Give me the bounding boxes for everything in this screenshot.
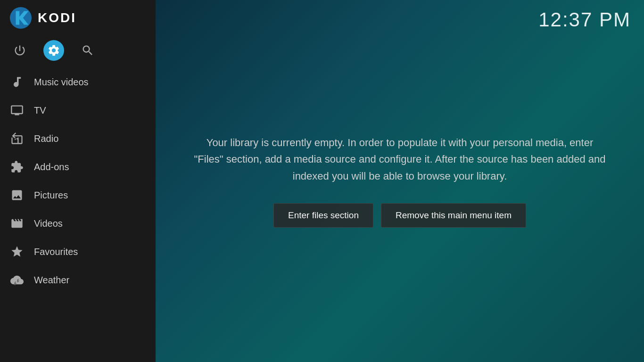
enter-files-section-button[interactable]: Enter files section	[273, 203, 373, 228]
radio-label: Radio	[34, 133, 58, 144]
sidebar-item-tv[interactable]: TV	[0, 96, 156, 124]
app-title: KODI	[38, 10, 76, 25]
music-videos-icon	[9, 74, 25, 90]
library-empty-message: Your library is currently empty. In orde…	[193, 134, 606, 184]
kodi-logo-icon	[9, 7, 32, 29]
weather-icon	[9, 272, 25, 288]
radio-icon	[9, 131, 25, 146]
settings-button[interactable]	[43, 40, 64, 61]
sidebar-nav: Music videos TV Radio Add-ons	[0, 68, 156, 362]
sidebar-item-add-ons[interactable]: Add-ons	[0, 153, 156, 181]
sidebar-item-favourites[interactable]: Favourites	[0, 238, 156, 266]
action-buttons: Enter files section Remove this main men…	[273, 203, 526, 228]
tv-icon	[9, 103, 25, 118]
sidebar-header: KODI	[0, 0, 156, 35]
music-videos-label: Music videos	[34, 77, 89, 88]
videos-label: Videos	[34, 218, 63, 229]
tv-label: TV	[34, 105, 46, 116]
search-icon	[81, 44, 94, 57]
videos-icon	[9, 216, 25, 231]
power-icon	[13, 44, 26, 57]
center-content: Your library is currently empty. In orde…	[156, 0, 644, 362]
clock-display: 12:37 PM	[538, 8, 631, 31]
sidebar-item-pictures[interactable]: Pictures	[0, 181, 156, 209]
settings-icon	[47, 44, 60, 57]
remove-menu-item-button[interactable]: Remove this main menu item	[381, 203, 526, 228]
add-ons-label: Add-ons	[34, 162, 69, 173]
main-content: 12:37 PM Your library is currently empty…	[156, 0, 644, 362]
addons-icon	[9, 159, 25, 174]
search-button[interactable]	[77, 40, 98, 61]
weather-label: Weather	[34, 275, 69, 286]
favourites-label: Favourites	[34, 247, 78, 257]
sidebar-item-music-videos[interactable]: Music videos	[0, 68, 156, 96]
app-container: KODI	[0, 0, 644, 362]
sidebar-icon-row	[0, 35, 156, 68]
pictures-icon	[9, 188, 25, 203]
pictures-label: Pictures	[34, 190, 68, 201]
sidebar: KODI	[0, 0, 156, 362]
sidebar-item-weather[interactable]: Weather	[0, 266, 156, 294]
power-button[interactable]	[9, 40, 30, 61]
sidebar-item-videos[interactable]: Videos	[0, 209, 156, 238]
favourites-icon	[9, 244, 25, 259]
sidebar-item-radio[interactable]: Radio	[0, 124, 156, 153]
